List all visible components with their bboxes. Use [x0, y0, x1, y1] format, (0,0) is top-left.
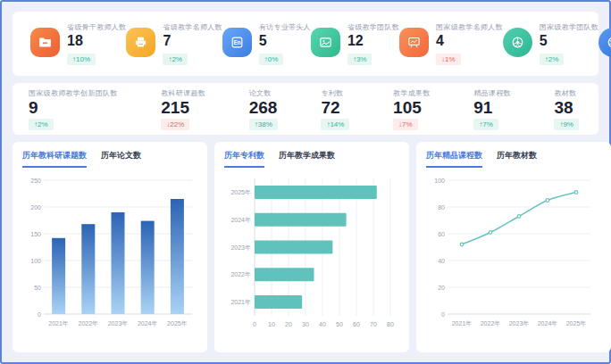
stat-research-topics: 教科研课题数 215 ↓22%: [161, 88, 205, 130]
charts-row: 历年教科研课题数 历年论文数 0501001502002502021年2022年…: [13, 142, 598, 352]
tab-teaching-achievements-by-year[interactable]: 历年教学成果数: [279, 150, 335, 168]
svg-text:2021年: 2021年: [48, 320, 69, 327]
svg-text:100: 100: [30, 258, 41, 264]
svg-text:40: 40: [319, 321, 326, 327]
svg-text:En: En: [233, 39, 240, 46]
mid-stats-panel: 国家级教师教学创新团队数 9 ↑2% 教科研课题数 215 ↓22% 论文数 2…: [13, 83, 598, 135]
svg-text:2022年: 2022年: [481, 320, 501, 327]
trend-badge: ↑0%: [259, 54, 284, 65]
svg-text:20: 20: [285, 321, 292, 327]
svg-text:60: 60: [353, 321, 360, 327]
tab-quality-courses-by-year[interactable]: 历年精品课程数: [426, 150, 482, 168]
svg-text:2023年: 2023年: [108, 320, 129, 327]
svg-text:60: 60: [438, 231, 445, 237]
trend-badge: ↑2%: [540, 54, 565, 65]
svg-text:0: 0: [38, 311, 41, 318]
svg-text:2025年: 2025年: [230, 189, 251, 195]
stat-textbooks: 教材数 38 ↑9%: [554, 88, 579, 130]
trend-badge: ↑2%: [163, 54, 188, 65]
stat-value: 72: [321, 98, 349, 117]
stat-label: 教学成果数: [393, 88, 431, 98]
stat-label: 省级教学名师人数: [163, 22, 222, 32]
stat-label: 有访专业带头人: [259, 22, 311, 32]
trend-badge: ↑14%: [321, 119, 349, 130]
stat-card-provincial-famous-teachers: 省级教学名师人数 7 ↑2%: [126, 22, 222, 65]
trend-badge: ↑38%: [249, 119, 278, 130]
svg-text:2024年: 2024年: [138, 320, 158, 327]
patents-panel: 历年专利数 历年教学成果数 010203040506070802025年2024…: [214, 142, 409, 352]
svg-text:20: 20: [438, 285, 445, 291]
stat-label: 论文数: [249, 88, 278, 98]
svg-text:80: 80: [387, 321, 394, 327]
stat-value: 91: [473, 98, 511, 117]
quality-courses-line-chart: 0204060801002021年2022年2023年2024年2025年: [426, 171, 601, 347]
svg-text:70: 70: [370, 321, 377, 327]
printer-icon: [126, 28, 155, 57]
stat-quality-courses: 精品课程数 91 ↑7%: [473, 88, 511, 130]
svg-text:50: 50: [34, 285, 41, 291]
svg-text:0: 0: [253, 321, 256, 327]
stat-value: 9: [29, 98, 118, 117]
stat-card-national-huangdanian-teams: 国家级黄大年团队数 2 ↓1%: [598, 22, 611, 65]
stat-label: 省级骨干教师人数: [67, 22, 126, 32]
panel-tabs: 历年精品课程数 历年教材数: [426, 150, 601, 168]
tab-patents-by-year[interactable]: 历年专利数: [224, 150, 264, 168]
quality-courses-panel: 历年精品课程数 历年教材数 0204060801002021年2022年2023…: [416, 142, 611, 352]
stat-value: 268: [249, 98, 278, 117]
en-language-icon: En: [222, 28, 252, 57]
stat-label: 省级教学团队数: [347, 22, 399, 32]
trend-badge: ↑7%: [473, 119, 498, 130]
tab-papers-by-year[interactable]: 历年论文数: [101, 150, 141, 168]
stat-value: 105: [393, 98, 431, 117]
folder-icon: [30, 28, 60, 57]
svg-text:2023年: 2023年: [230, 244, 251, 251]
panel-tabs: 历年教科研课题数 历年论文数: [22, 150, 197, 168]
stat-value: 38: [554, 98, 579, 117]
trend-badge: ↑3%: [347, 54, 372, 65]
stat-value: 12: [347, 32, 399, 50]
svg-text:2024年: 2024年: [230, 217, 251, 223]
trend-badge: ↓7%: [393, 119, 418, 130]
stat-label: 教科研课题数: [161, 88, 205, 98]
research-topics-bar-chart: 0501001502002502021年2022年2023年2024年2025年: [22, 171, 197, 347]
trend-badge: ↑9%: [554, 119, 579, 130]
svg-text:2021年: 2021年: [452, 320, 473, 327]
stat-innovation-teams: 国家级教师教学创新团队数 9 ↑2%: [29, 88, 118, 130]
stat-label: 教材数: [554, 88, 579, 98]
svg-text:250: 250: [30, 178, 41, 184]
whiteboard-icon: [399, 28, 429, 57]
trend-badge: ↓22%: [161, 119, 189, 130]
svg-text:10: 10: [268, 321, 275, 327]
svg-text:2021年: 2021年: [230, 299, 251, 305]
stat-label: 国家级教学团队数: [540, 22, 598, 32]
svg-text:50: 50: [336, 321, 343, 327]
svg-text:150: 150: [30, 231, 41, 237]
panel-tabs: 历年专利数 历年教学成果数: [224, 150, 399, 168]
svg-text:2025年: 2025年: [566, 320, 587, 327]
stat-value: 4: [436, 32, 503, 50]
stat-label: 国家级教学名师人数: [436, 22, 503, 32]
svg-text:2024年: 2024年: [538, 320, 558, 327]
tab-textbooks-by-year[interactable]: 历年教材数: [497, 150, 537, 168]
teaching-dashboard-page: 省级骨干教师人数 18 ↑10% 省级教学名师人数 7 ↑2% En 有访专业带…: [0, 0, 611, 364]
stat-teaching-achievements: 教学成果数 105 ↓7%: [393, 88, 431, 130]
stat-label: 精品课程数: [473, 88, 511, 98]
patents-hbar-chart: 010203040506070802025年2024年2023年2022年202…: [224, 171, 399, 347]
stat-card-provincial-backbone-teachers: 省级骨干教师人数 18 ↑10%: [30, 22, 126, 65]
stat-card-national-famous-teachers: 国家级教学名师人数 4 ↓1%: [399, 22, 503, 65]
svg-text:30: 30: [302, 321, 309, 327]
stat-value: 7: [163, 32, 222, 50]
svg-text:2022年: 2022年: [230, 271, 251, 277]
globe-icon: [598, 28, 611, 57]
tab-research-topics-by-year[interactable]: 历年教科研课题数: [22, 150, 87, 168]
stat-label: 国家级教师教学创新团队数: [29, 88, 118, 98]
stat-value: 18: [67, 32, 126, 50]
stat-card-provincial-teaching-teams: 省级教学团队数 12 ↑3%: [311, 22, 399, 65]
svg-text:2025年: 2025年: [167, 320, 188, 327]
top-stats-panel: 省级骨干教师人数 18 ↑10% 省级教学名师人数 7 ↑2% En 有访专业带…: [13, 12, 598, 76]
svg-text:100: 100: [434, 178, 445, 184]
svg-text:2023年: 2023年: [509, 320, 530, 327]
trend-badge: ↓1%: [436, 54, 461, 65]
stat-patents: 专利数 72 ↑14%: [321, 88, 349, 130]
svg-text:40: 40: [438, 258, 445, 264]
